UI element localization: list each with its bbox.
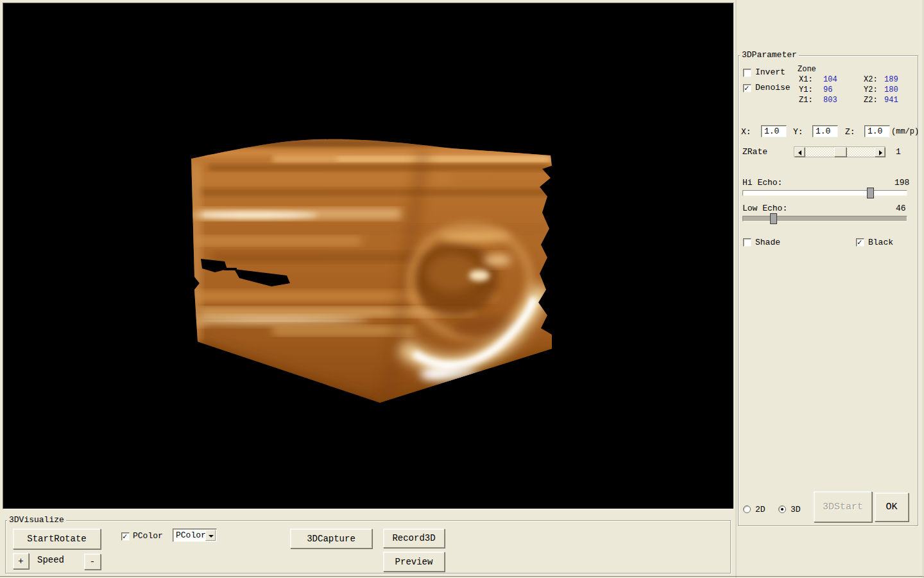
right-arrow-icon — [879, 150, 882, 155]
shade-checkbox[interactable] — [743, 238, 751, 247]
low-echo-thumb[interactable] — [770, 213, 777, 224]
left-arrow-icon — [798, 150, 801, 155]
speed-plus-button[interactable]: + — [13, 553, 29, 569]
zone-y1-value: 96 — [823, 85, 832, 94]
pcolor-dropdown-button[interactable] — [205, 530, 216, 541]
zone-y2-value: 180 — [884, 85, 898, 94]
zone-x1-label: X1: — [799, 75, 813, 84]
x-scale-label: X: — [741, 128, 751, 137]
x-scale-input[interactable] — [761, 125, 787, 137]
pcolor-checkbox[interactable] — [121, 532, 130, 541]
3dstart-button[interactable]: 3DStart — [814, 491, 872, 522]
ok-button[interactable]: OK — [875, 493, 909, 521]
volume-render — [3, 3, 733, 509]
zrate-value: 1 — [896, 148, 901, 157]
black-checkbox[interactable] — [856, 238, 864, 247]
mode-3d-radio[interactable] — [778, 505, 786, 513]
speed-minus-button[interactable]: - — [84, 554, 101, 570]
mode-2d-label: 2D — [755, 505, 766, 514]
low-echo-value: 46 — [896, 204, 906, 213]
zone-y1-label: Y1: — [799, 85, 813, 94]
speed-label: Speed — [37, 556, 64, 565]
invert-label: Invert — [755, 68, 785, 77]
hi-echo-value: 198 — [894, 179, 909, 188]
denoise-checkbox[interactable] — [743, 84, 751, 92]
pcolor-label: PColor — [133, 532, 163, 541]
mode-3d-label: 3D — [791, 505, 801, 514]
visualize-groupbox-title: 3DVisualize — [7, 516, 66, 524]
zone-z1-label: Z1: — [799, 96, 813, 105]
hi-echo-track[interactable] — [742, 190, 907, 196]
zone-title: Zone — [798, 65, 816, 74]
panel-divider — [735, 0, 737, 578]
zone-z1-value: 803 — [823, 96, 837, 105]
pcolor-dropdown[interactable]: PColor — [173, 529, 217, 542]
low-echo-label: Low Echo: — [742, 204, 787, 213]
shade-label: Shade — [755, 238, 780, 247]
zone-x2-value: 189 — [884, 75, 898, 84]
window-border-right — [923, 0, 923, 578]
app-window: { "window": { "bg_color": "#ece9d8", "vi… — [0, 0, 924, 578]
chevron-down-icon — [209, 535, 214, 538]
zrate-label: ZRate — [742, 148, 767, 157]
zone-x2-label: X2: — [864, 75, 878, 84]
invert-checkbox[interactable] — [743, 69, 751, 77]
zrate-left-arrow[interactable] — [794, 147, 805, 157]
zrate-right-arrow[interactable] — [875, 147, 885, 157]
zone-z2-label: Z2: — [864, 96, 878, 105]
black-label: Black — [868, 238, 893, 247]
zrate-scrollbar[interactable] — [794, 146, 886, 157]
zrate-thumb[interactable] — [834, 147, 846, 157]
zone-x1-value: 104 — [823, 75, 837, 84]
parameter-groupbox-title: 3DParameter — [740, 51, 799, 59]
zone-y2-label: Y2: — [864, 85, 878, 94]
low-echo-track[interactable] — [742, 216, 907, 222]
z-scale-label: Z: — [845, 128, 855, 137]
y-scale-label: Y: — [793, 128, 803, 137]
mode-2d-radio[interactable] — [743, 505, 751, 513]
y-scale-input[interactable] — [812, 125, 838, 137]
render-viewport[interactable] — [3, 3, 734, 509]
hi-echo-thumb[interactable] — [867, 188, 874, 198]
denoise-label: Denoise — [755, 83, 791, 92]
start-rotate-button[interactable]: StartRotate — [13, 529, 101, 549]
pcolor-dropdown-value: PColor — [176, 530, 206, 540]
z-scale-input[interactable] — [864, 125, 890, 137]
zone-z2-value: 941 — [884, 96, 898, 105]
window-border-bottom — [0, 576, 924, 577]
scale-unit-label: (mm/p) — [891, 127, 919, 136]
preview-button[interactable]: Preview — [383, 552, 445, 572]
3dcapture-button[interactable]: 3DCapture — [290, 529, 372, 548]
record3d-button[interactable]: Record3D — [383, 529, 445, 548]
hi-echo-label: Hi Echo: — [742, 179, 782, 188]
